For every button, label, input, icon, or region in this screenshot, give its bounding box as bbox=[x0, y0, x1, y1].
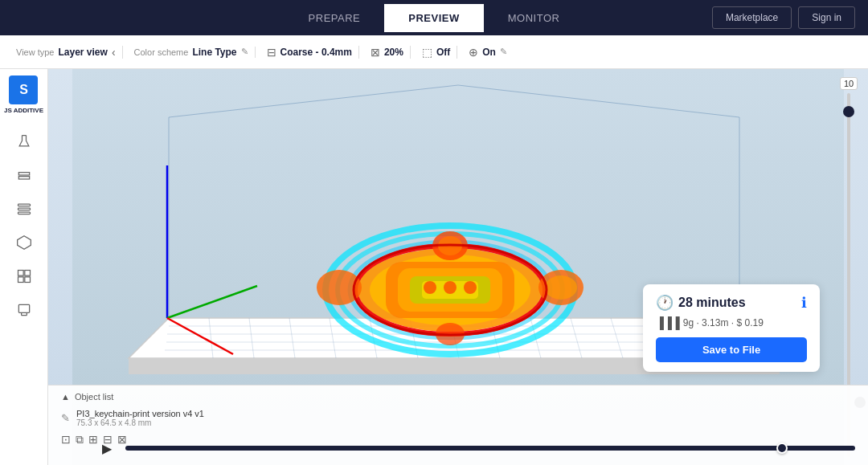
edit-settings-icon[interactable]: ✎ bbox=[500, 47, 507, 57]
tab-monitor[interactable]: MONITOR bbox=[484, 4, 584, 32]
adhesion-icon: ⊕ bbox=[469, 46, 478, 59]
chevron-up-icon: ▲ bbox=[61, 392, 70, 402]
support-group: ⬚ Off bbox=[416, 46, 457, 59]
layer-progress-thumb[interactable] bbox=[776, 443, 788, 454]
main-area: S JS ADDITIVE bbox=[0, 69, 868, 465]
playback-bar: ▶ bbox=[96, 438, 855, 459]
adhesion-value[interactable]: On bbox=[482, 47, 496, 58]
svg-rect-10 bbox=[18, 304, 29, 312]
object-name: PI3_keychain-print version v4 v1 bbox=[76, 409, 204, 418]
print-time: 🕐 28 minutes bbox=[656, 294, 746, 312]
pencil-icon: ✎ bbox=[61, 412, 70, 424]
color-scheme-group: Color scheme Line Type ✎ bbox=[128, 47, 256, 58]
logo-symbol: S bbox=[19, 83, 28, 97]
company-name: JS ADDITIVE bbox=[4, 107, 43, 115]
slider-top-value: 10 bbox=[840, 77, 858, 90]
object-dims: 75.3 x 64.5 x 4.8 mm bbox=[76, 418, 204, 427]
logo-icon: S bbox=[9, 75, 38, 104]
svg-rect-1 bbox=[18, 176, 29, 178]
logo-area: S JS ADDITIVE bbox=[4, 75, 43, 115]
object-icon-copy[interactable]: ⧉ bbox=[76, 433, 84, 447]
svg-point-55 bbox=[424, 281, 436, 294]
svg-point-56 bbox=[444, 281, 457, 294]
clock-icon: 🕐 bbox=[656, 294, 674, 312]
sidebar-icon-grid[interactable] bbox=[7, 261, 41, 292]
svg-rect-2 bbox=[18, 204, 30, 206]
svg-point-50 bbox=[545, 275, 577, 300]
info-panel: 🕐 28 minutes ℹ ▐▐▐ 9g · 3.13m · $ 0.19 S… bbox=[643, 284, 820, 372]
support-icon: ⬚ bbox=[422, 46, 432, 59]
slider-thumb-top[interactable] bbox=[843, 106, 854, 117]
object-list-label: Object list bbox=[75, 392, 113, 402]
sidebar-icon-settings[interactable] bbox=[7, 194, 41, 224]
view-type-value[interactable]: Layer view bbox=[59, 47, 108, 58]
svg-rect-3 bbox=[18, 208, 30, 210]
svg-rect-0 bbox=[18, 172, 29, 174]
tab-preview[interactable]: PREVIEW bbox=[384, 4, 483, 32]
nav-right-buttons: Marketplace Sign in bbox=[712, 6, 855, 29]
support-value[interactable]: Off bbox=[436, 47, 450, 58]
quality-value[interactable]: Coarse - 0.4mm bbox=[280, 47, 352, 58]
layers-icon: ⊟ bbox=[267, 46, 276, 59]
info-icon[interactable]: ℹ bbox=[801, 294, 807, 312]
nav-tabs: PREPARE PREVIEW MONITOR bbox=[285, 4, 584, 32]
sidebar-icon-layers[interactable] bbox=[7, 160, 41, 190]
fill-group: ⊠ 20% bbox=[364, 46, 411, 59]
color-scheme-value[interactable]: Line Type bbox=[192, 47, 236, 58]
toolbar: View type Layer view ‹ Color scheme Line… bbox=[0, 35, 868, 69]
weight-icon: ▐▐▐ bbox=[656, 316, 680, 329]
signin-button[interactable]: Sign in bbox=[798, 6, 855, 29]
object-icon-center[interactable]: ⊡ bbox=[61, 433, 71, 447]
object-list-item: ✎ PI3_keychain-print version v4 v1 75.3 … bbox=[61, 406, 855, 430]
print-detail: ▐▐▐ 9g · 3.13m · $ 0.19 bbox=[656, 316, 807, 329]
tab-prepare[interactable]: PREPARE bbox=[285, 4, 385, 32]
svg-rect-6 bbox=[18, 270, 23, 275]
bottom-panel: ▲ Object list ✎ PI3_keychain-print versi… bbox=[48, 385, 868, 465]
svg-rect-7 bbox=[24, 270, 30, 275]
sidebar-icon-print[interactable] bbox=[7, 295, 41, 325]
svg-rect-8 bbox=[18, 276, 23, 282]
svg-rect-9 bbox=[24, 276, 30, 282]
color-scheme-label: Color scheme bbox=[134, 47, 189, 57]
save-to-file-button[interactable]: Save to File bbox=[656, 337, 807, 362]
edit-color-scheme-icon[interactable]: ✎ bbox=[241, 47, 248, 57]
fill-value[interactable]: 20% bbox=[384, 47, 403, 58]
sidebar-icon-object[interactable] bbox=[7, 227, 41, 258]
adhesion-group: ⊕ On ✎ bbox=[462, 46, 514, 59]
object-list-header[interactable]: ▲ Object list bbox=[61, 392, 855, 402]
view-type-group: View type Layer view ‹ bbox=[10, 46, 123, 59]
viewport[interactable]: 10 🕐 28 minutes ℹ ▐▐▐ 9g · 3.13m · $ 0.1… bbox=[48, 69, 868, 465]
fill-icon: ⊠ bbox=[371, 46, 380, 59]
layer-progress-track[interactable] bbox=[125, 446, 855, 451]
chevron-left-icon[interactable]: ‹ bbox=[112, 46, 116, 59]
print-time-row: 🕐 28 minutes ℹ bbox=[656, 294, 807, 312]
view-type-label: View type bbox=[16, 47, 55, 57]
svg-point-57 bbox=[464, 281, 477, 294]
top-navigation: PREPARE PREVIEW MONITOR Marketplace Sign… bbox=[0, 0, 868, 35]
svg-rect-4 bbox=[18, 212, 30, 214]
svg-marker-5 bbox=[17, 235, 31, 249]
sidebar-icon-flask[interactable] bbox=[7, 126, 41, 157]
play-button[interactable]: ▶ bbox=[96, 438, 117, 459]
left-sidebar: S JS ADDITIVE bbox=[0, 69, 48, 465]
marketplace-button[interactable]: Marketplace bbox=[712, 6, 792, 29]
quality-group: ⊟ Coarse - 0.4mm bbox=[260, 46, 359, 59]
